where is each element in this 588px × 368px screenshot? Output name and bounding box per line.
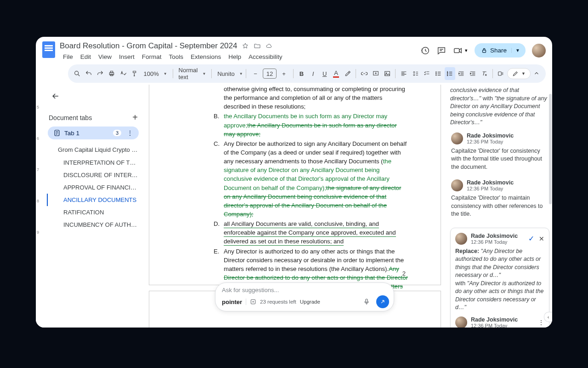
share-button[interactable]: Share ▼ xyxy=(475,43,526,58)
font-size-input[interactable]: 12 xyxy=(263,69,277,79)
comments-icon[interactable] xyxy=(436,46,447,56)
text-color-button[interactable]: A xyxy=(331,67,341,80)
menu-file[interactable]: File xyxy=(60,52,76,62)
svg-rect-4 xyxy=(109,73,113,75)
suggestion-card-active[interactable]: Rade Joksimovic12:36 PM Today ✓ ✕ Replac… xyxy=(450,228,549,328)
checklist-button[interactable] xyxy=(421,67,432,80)
comment-card[interactable]: Rade Joksimovic12:36 PM Today Capitalize… xyxy=(450,178,549,225)
back-button[interactable] xyxy=(48,88,63,104)
comment-body: Capitalize 'Director' to maintain consis… xyxy=(451,194,548,218)
menu-insert[interactable]: Insert xyxy=(116,52,138,62)
app-window: Board Resolution - Grom Capital - Septem… xyxy=(36,37,552,328)
line-spacing-button[interactable] xyxy=(410,67,420,80)
numbered-list-button[interactable]: 123 xyxy=(445,67,455,80)
share-caret[interactable]: ▼ xyxy=(511,48,524,53)
cloud-status-icon[interactable] xyxy=(266,42,273,50)
request-icon xyxy=(250,299,256,305)
clear-format-button[interactable] xyxy=(479,67,490,80)
align-button[interactable] xyxy=(398,67,409,80)
document-area: 1 2 3 4 5 6 7 8 otherwise giving effect … xyxy=(143,85,447,328)
menu-help[interactable]: Help xyxy=(225,52,244,62)
outline-item[interactable]: RATIFICATION xyxy=(48,206,139,218)
menu-accessibility[interactable]: Accessibility xyxy=(245,52,286,62)
sidebar-title: Document tabs xyxy=(49,114,92,121)
bold-button[interactable]: B xyxy=(296,67,307,80)
outline-item[interactable]: Grom Capital Liquid Crypto Fund xyxy=(48,143,139,156)
redo-icon[interactable] xyxy=(95,67,105,80)
comment-card[interactable]: Rade Joksimovic12:36 PM Today Capitalize… xyxy=(450,131,549,178)
menu-edit[interactable]: Edit xyxy=(77,52,94,62)
font-select[interactable]: Nunito▼ xyxy=(215,68,243,80)
print-icon[interactable] xyxy=(106,67,117,80)
bulleted-list-button[interactable] xyxy=(433,67,444,80)
svg-point-11 xyxy=(435,73,436,74)
indent-decrease-button[interactable] xyxy=(456,67,467,80)
menu-tools[interactable]: Tools xyxy=(166,52,187,62)
ai-input[interactable]: Ask for suggestions... xyxy=(222,287,389,295)
suggestion-partial: conclusive evidence of that director's…"… xyxy=(450,86,549,127)
add-comment-button[interactable] xyxy=(370,67,381,80)
svg-point-10 xyxy=(435,72,436,73)
zoom-select[interactable]: 100%▼ xyxy=(141,68,170,80)
font-increase-button[interactable]: + xyxy=(277,67,290,80)
move-folder-icon[interactable] xyxy=(254,42,261,50)
send-button[interactable] xyxy=(376,295,389,308)
paragraph-style-select[interactable]: Normal text▼ xyxy=(176,68,209,80)
dictate-button[interactable] xyxy=(496,67,506,80)
document-title[interactable]: Board Resolution - Grom Capital - Septem… xyxy=(60,41,237,51)
underline-button[interactable]: U xyxy=(319,67,330,80)
svg-rect-8 xyxy=(385,71,390,75)
doc-text: otherwise giving effect to, consummating… xyxy=(224,85,408,111)
avatar xyxy=(451,132,463,144)
menu-format[interactable]: Format xyxy=(139,52,165,62)
outline-item[interactable]: INCUMBENCY OF AUTHORIZED xyxy=(48,218,139,231)
avatar xyxy=(455,233,467,245)
svg-text:3: 3 xyxy=(447,74,448,76)
add-tab-button[interactable]: + xyxy=(132,112,138,123)
ai-requests: 23 requests left xyxy=(260,299,296,305)
undo-icon[interactable] xyxy=(83,67,94,80)
title-bar: Board Resolution - Grom Capital - Septem… xyxy=(36,37,552,64)
collapse-toolbar-button[interactable] xyxy=(531,67,542,80)
reject-suggestion-button[interactable]: ✕ xyxy=(539,235,544,242)
vertical-ruler: 5 6 7 8 9 xyxy=(36,85,43,328)
svg-point-12 xyxy=(435,75,436,75)
star-icon[interactable] xyxy=(242,42,249,50)
tab-item[interactable]: Tab 1 3 ⋮ xyxy=(48,126,139,139)
editing-mode-button[interactable]: ▼ xyxy=(507,68,531,79)
upgrade-link[interactable]: Upgrade xyxy=(300,299,320,305)
link-button[interactable] xyxy=(359,67,369,80)
comment-more-button[interactable]: ⋮ xyxy=(538,319,544,326)
search-icon[interactable] xyxy=(72,67,82,80)
page[interactable]: otherwise giving effect to, consummating… xyxy=(149,85,441,285)
outline-item[interactable]: APPROVAL OF FINANCING xyxy=(48,181,139,194)
menu-extensions[interactable]: Extensions xyxy=(187,52,224,62)
comments-panel: conclusive evidence of that director's…"… xyxy=(447,85,552,328)
menu-view[interactable]: View xyxy=(95,52,115,62)
tab-more-button[interactable]: ⋮ xyxy=(125,129,135,137)
page-number: 2 xyxy=(402,270,406,278)
italic-button[interactable]: I xyxy=(308,67,318,80)
highlight-button[interactable] xyxy=(342,67,353,80)
outline-item[interactable]: INTERPRETATION OF THIS RESOLUTION xyxy=(48,156,139,169)
accept-suggestion-button[interactable]: ✓ xyxy=(528,234,534,243)
suggestion-body: Replace: "Any Director be authorized to … xyxy=(455,247,544,312)
meet-button[interactable]: ▼ xyxy=(453,46,468,56)
history-icon[interactable] xyxy=(420,46,430,56)
docs-logo[interactable] xyxy=(40,40,58,59)
side-panel-toggle[interactable]: ‹ xyxy=(544,312,552,322)
scrollbar[interactable] xyxy=(549,94,552,204)
paint-format-icon[interactable] xyxy=(129,67,140,80)
spellcheck-icon[interactable] xyxy=(118,67,128,80)
indent-increase-button[interactable] xyxy=(468,67,478,80)
outline-item-active[interactable]: ANCILLARY DOCUMENTS xyxy=(47,194,139,206)
account-avatar[interactable] xyxy=(532,44,546,58)
mic-button[interactable] xyxy=(361,296,373,308)
insert-image-button[interactable] xyxy=(382,67,392,80)
svg-rect-1 xyxy=(454,48,459,52)
font-decrease-button[interactable]: − xyxy=(249,67,262,80)
avatar xyxy=(451,179,463,191)
svg-rect-16 xyxy=(498,72,502,75)
outline-item[interactable]: DISCLOSURE OF INTERESTS xyxy=(48,169,139,181)
sidebar: Document tabs + Tab 1 3 ⋮ Grom Capital L… xyxy=(43,85,143,328)
